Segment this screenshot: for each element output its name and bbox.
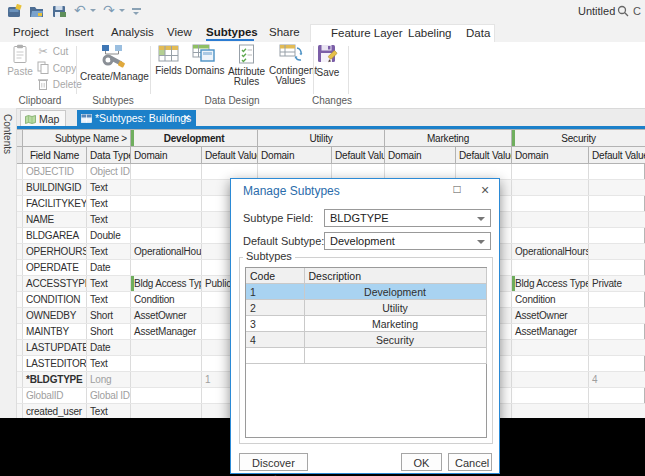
description-cell[interactable]: Utility [304, 300, 486, 316]
create-manage-button[interactable]: Create/Manage [80, 44, 146, 82]
redo-dropdown-icon[interactable] [119, 9, 125, 15]
security-default-cell[interactable] [589, 388, 645, 404]
subtype-code-row[interactable]: 2Utility [246, 300, 486, 316]
development-domain-cell[interactable]: AssetManager [131, 324, 202, 340]
development-domain-cell[interactable] [131, 180, 202, 196]
subtype-code-row[interactable] [246, 348, 486, 364]
data-type-cell[interactable]: Object ID [87, 164, 131, 180]
development-domain-cell[interactable] [131, 228, 202, 244]
command-search-label[interactable]: C [633, 5, 641, 17]
development-domain-cell[interactable] [131, 260, 202, 276]
development-domain-cell[interactable] [131, 388, 202, 404]
field-name-cell[interactable]: BUILDINGID [23, 180, 87, 196]
data-type-cell[interactable]: Date [87, 340, 131, 356]
default-value-column-header[interactable]: Default Value [589, 147, 645, 164]
security-domain-cell[interactable] [512, 356, 589, 372]
data-type-cell[interactable]: Text [87, 244, 131, 260]
development-domain-cell[interactable] [131, 356, 202, 372]
data-type-cell[interactable]: Global ID [87, 388, 131, 404]
code-cell[interactable]: 3 [246, 316, 304, 332]
development-domain-cell[interactable]: Bldg Access Type [131, 276, 202, 292]
default-value-column-header[interactable]: Default Value [332, 147, 385, 164]
security-default-cell[interactable]: Private [589, 276, 645, 292]
subtype-code-row[interactable]: 1Development [246, 284, 486, 300]
tab-share[interactable]: Share [269, 26, 300, 38]
code-cell[interactable]: 2 [246, 300, 304, 316]
tab-subtypes[interactable]: Subtypes [206, 26, 258, 38]
security-domain-cell[interactable]: OperationalHours [512, 244, 589, 260]
tab-data[interactable]: Data [466, 27, 490, 39]
development-domain-cell[interactable] [131, 164, 202, 180]
security-default-cell[interactable] [589, 212, 645, 228]
security-domain-cell[interactable] [512, 212, 589, 228]
data-type-cell[interactable]: Double [87, 228, 131, 244]
open-project-icon[interactable] [29, 4, 44, 18]
tab-insert[interactable]: Insert [65, 26, 94, 38]
data-type-cell[interactable]: Date [87, 260, 131, 276]
close-tab-icon[interactable]: × [183, 110, 190, 127]
field-name-cell[interactable]: FACILITYKEY [23, 196, 87, 212]
field-name-cell[interactable]: NAME [23, 212, 87, 228]
code-column-header[interactable]: Code [246, 268, 304, 284]
security-domain-cell[interactable]: Bldg Access Type [512, 276, 589, 292]
security-default-cell[interactable] [589, 180, 645, 196]
security-default-cell[interactable] [589, 308, 645, 324]
security-default-cell[interactable] [589, 228, 645, 244]
security-domain-cell[interactable] [512, 340, 589, 356]
data-type-cell[interactable]: Text [87, 212, 131, 228]
tab-view[interactable]: View [167, 26, 192, 38]
subtype-name-header[interactable]: Subtype Name > [23, 130, 131, 147]
attribute-rules-button[interactable]: Attribute Rules [225, 44, 268, 87]
security-domain-cell[interactable] [512, 164, 589, 180]
security-default-cell[interactable] [589, 292, 645, 308]
description-cell[interactable]: Development [304, 284, 486, 300]
security-default-cell[interactable] [589, 196, 645, 212]
tab-project[interactable]: Project [13, 26, 49, 38]
code-cell[interactable]: 4 [246, 332, 304, 348]
development-domain-cell[interactable] [131, 196, 202, 212]
development-domain-cell[interactable] [131, 340, 202, 356]
description-cell[interactable] [304, 348, 486, 364]
tab-feature-layer[interactable]: Feature Layer [331, 27, 403, 39]
field-name-cell[interactable]: OPERDATE [23, 260, 87, 276]
customize-toolbar-icon[interactable] [132, 8, 141, 10]
field-name-cell[interactable]: OBJECTID [23, 164, 87, 180]
description-column-header[interactable]: Description [304, 268, 486, 284]
data-type-cell[interactable]: Long [87, 372, 131, 388]
data-type-column-header[interactable]: Data Type [87, 147, 131, 164]
code-cell[interactable] [246, 348, 304, 364]
security-domain-cell[interactable]: AssetOwner [512, 308, 589, 324]
subtype-field-combobox[interactable]: BLDGTYPE [324, 209, 491, 227]
security-default-cell[interactable] [589, 260, 645, 276]
subtype-group-header[interactable]: Marketing [385, 130, 512, 147]
security-default-cell[interactable]: 4 [589, 372, 645, 388]
field-name-cell[interactable]: *BLDGTYPE [23, 372, 87, 388]
field-name-cell[interactable]: LASTUPDATE [23, 340, 87, 356]
default-value-column-header[interactable]: Default Value [456, 147, 512, 164]
subtype-code-row[interactable]: 3Marketing [246, 316, 486, 332]
domain-column-header[interactable]: Domain [512, 147, 589, 164]
security-default-cell[interactable] [589, 340, 645, 356]
search-icon[interactable] [617, 5, 629, 17]
save-project-icon[interactable] [52, 4, 67, 18]
security-domain-cell[interactable] [512, 196, 589, 212]
field-name-cell[interactable]: BLDGAREA [23, 228, 87, 244]
security-domain-cell[interactable] [512, 260, 589, 276]
security-domain-cell[interactable]: Condition [512, 292, 589, 308]
cut-button[interactable]: ✂ Cut [36, 45, 68, 60]
development-domain-cell[interactable] [131, 212, 202, 228]
discover-codes-button[interactable]: Discover codes [239, 453, 308, 471]
security-domain-cell[interactable] [512, 388, 589, 404]
security-default-cell[interactable] [589, 164, 645, 180]
security-default-cell[interactable] [589, 356, 645, 372]
default-subtype-combobox[interactable]: Development [324, 232, 491, 250]
field-name-cell[interactable]: ACCESSTYPE [23, 276, 87, 292]
domain-column-header[interactable]: Domain [385, 147, 456, 164]
contents-pane-tab[interactable]: Contents [0, 108, 17, 418]
doc-tab-subtypes-buildings[interactable]: *Subtypes: Buildings × [77, 110, 196, 127]
security-default-cell[interactable] [589, 244, 645, 260]
development-domain-cell[interactable]: AssetOwner [131, 308, 202, 324]
undo-dropdown-icon[interactable] [90, 9, 96, 15]
data-type-cell[interactable]: Text [87, 196, 131, 212]
domain-column-header[interactable]: Domain [258, 147, 332, 164]
